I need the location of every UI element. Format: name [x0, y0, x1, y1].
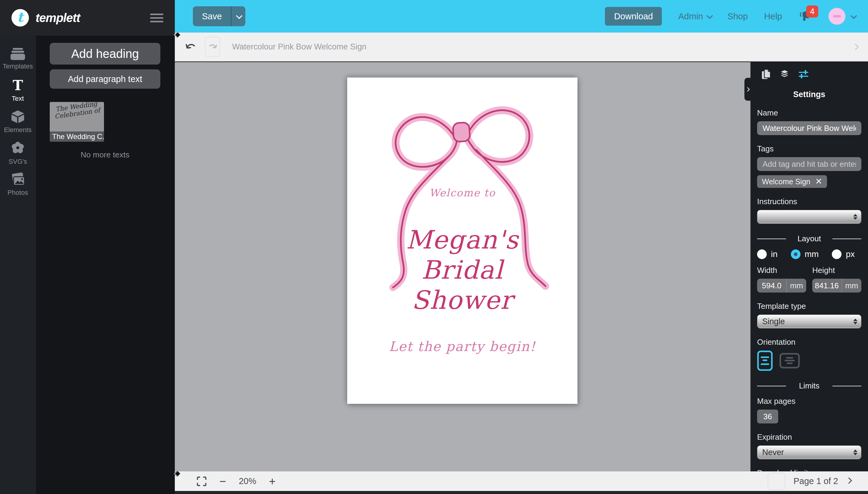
help-label: Help [764, 12, 782, 21]
thumbnail-preview-text: The Wedding Celebration of [51, 102, 103, 120]
instructions-select[interactable] [757, 210, 861, 224]
page-status: Page 1 of 2 [793, 476, 838, 486]
settings-panel: Settings Name Tags Welcome Sign ✕ Instru… [750, 62, 868, 471]
height-label: Height [812, 266, 861, 275]
select-spinner-icon [853, 319, 857, 324]
bottom-edge-strip [175, 491, 868, 494]
radio-unchecked-icon [832, 249, 842, 259]
max-pages-label: Max pages [757, 397, 861, 406]
zoom-out-button[interactable]: − [219, 476, 226, 487]
top-nav: Download Admin Shop Help 4 [605, 7, 855, 26]
expiration-select[interactable]: Never [757, 445, 861, 459]
sidebar-item-elements[interactable]: Elements [0, 106, 36, 137]
sidebar-item-text[interactable]: T Text [0, 75, 36, 106]
redo-icon [208, 42, 218, 51]
title-line-2: Bridal [347, 255, 577, 285]
zoom-level: 20% [239, 476, 256, 486]
width-label: Width [757, 266, 806, 275]
radio-checked-icon [791, 249, 801, 259]
unit-radio-mm[interactable]: mm [791, 249, 819, 259]
pages-tab-icon[interactable] [761, 69, 771, 80]
download-button[interactable]: Download [605, 7, 662, 26]
add-paragraph-button[interactable]: Add paragraph text [50, 69, 160, 89]
radio-unchecked-icon [757, 249, 767, 259]
panel-collapse-button[interactable] [745, 78, 750, 101]
bottom-bar: − 20% + Page 1 of 2 [175, 471, 868, 491]
settings-tab-icon[interactable] [798, 69, 809, 79]
limits-section-divider: Limits [757, 381, 861, 391]
sidebar-item-templates[interactable]: Templates [0, 43, 36, 75]
limits-section-label: Limits [799, 381, 820, 391]
orientation-landscape-button[interactable] [780, 353, 800, 368]
tag-remove-icon[interactable]: ✕ [815, 177, 822, 186]
orientation-portrait-button[interactable] [757, 350, 773, 371]
chevron-left-icon [174, 471, 180, 477]
logo-t-glyph: t [17, 11, 23, 24]
layers-tab-icon[interactable] [780, 69, 790, 79]
document-toolbar: Watercolour Pink Bow Welcome Sign [175, 33, 868, 61]
tags-input[interactable] [757, 157, 861, 171]
save-button[interactable]: Save [193, 6, 231, 26]
name-input[interactable] [757, 121, 861, 135]
account-menu[interactable] [829, 8, 855, 25]
sidebar-label-text: Text [12, 95, 24, 102]
sidebar-label-elements: Elements [4, 126, 32, 134]
logo-wordmark: templett [36, 11, 80, 25]
thumbnail-caption: The Wedding C... [50, 132, 104, 142]
unit-in-label: in [771, 249, 777, 259]
help-link[interactable]: Help [764, 12, 782, 21]
text-style-thumbnail[interactable]: The Wedding Celebration of The Wedding C… [50, 102, 104, 142]
forward-chevron-icon[interactable] [852, 43, 859, 50]
announcements-button[interactable]: 4 [798, 9, 812, 23]
width-value[interactable]: 594.0 [757, 279, 787, 292]
templett-logo[interactable]: t templett [12, 9, 80, 26]
template-type-select[interactable]: Single [757, 315, 861, 328]
sidebar-label-photos: Photos [7, 189, 28, 197]
tag-chip-label: Welcome Sign [762, 177, 810, 186]
app-window: t templett Templates T Text [0, 0, 868, 494]
chevron-down-icon [707, 12, 713, 19]
save-dropdown-button[interactable] [231, 6, 245, 26]
tagline-text[interactable]: Let the party begin! [347, 339, 577, 354]
width-field[interactable]: 594.0 mm [757, 279, 806, 292]
expiration-value: Never [762, 448, 784, 457]
user-avatar [829, 8, 845, 25]
page-navigation: Page 1 of 2 [768, 473, 851, 490]
settings-heading: Settings [757, 90, 861, 99]
menu-hamburger-icon[interactable] [150, 12, 163, 24]
height-field[interactable]: 841.16 mm [812, 279, 861, 292]
zoom-in-button[interactable]: + [269, 476, 275, 487]
width-unit: mm [787, 279, 806, 292]
sidebar-label-svgs: SVG's [8, 158, 27, 166]
design-page[interactable]: Welcome to Megan's Bridal Shower Let the… [347, 77, 577, 404]
expiration-label: Expiration [757, 433, 861, 442]
sidebar-item-svgs[interactable]: SVG's [0, 137, 36, 169]
unit-px-label: px [846, 249, 855, 259]
unit-radio-px[interactable]: px [832, 249, 855, 259]
instructions-label: Instructions [757, 197, 861, 206]
unit-radio-in[interactable]: in [757, 249, 777, 259]
height-value[interactable]: 841.16 [812, 279, 842, 292]
main-title-text[interactable]: Megan's Bridal Shower [347, 225, 577, 315]
previous-page-button[interactable] [768, 473, 785, 490]
max-pages-input[interactable]: 36 [757, 410, 778, 423]
avatar-monogram [833, 15, 841, 18]
name-label: Name [757, 108, 861, 118]
admin-menu[interactable]: Admin [678, 12, 711, 21]
add-heading-button[interactable]: Add heading [50, 43, 160, 64]
templates-icon [10, 48, 26, 60]
fullscreen-icon[interactable] [197, 476, 207, 487]
chevron-right-icon [745, 87, 750, 92]
next-page-button[interactable] [847, 478, 851, 484]
title-line-3: Shower [347, 285, 577, 315]
shop-link[interactable]: Shop [728, 12, 748, 21]
undo-icon[interactable] [185, 42, 197, 52]
select-spinner-icon [853, 214, 857, 220]
welcome-text[interactable]: Welcome to [347, 187, 577, 199]
tags-label: Tags [757, 144, 861, 153]
back-chevron-icon[interactable] [174, 32, 180, 38]
size-fields: Width 594.0 mm Height 841.16 mm [757, 266, 861, 292]
orientation-label: Orientation [757, 338, 861, 347]
redo-button[interactable] [205, 37, 220, 57]
sidebar-item-photos[interactable]: Photos [0, 169, 36, 200]
